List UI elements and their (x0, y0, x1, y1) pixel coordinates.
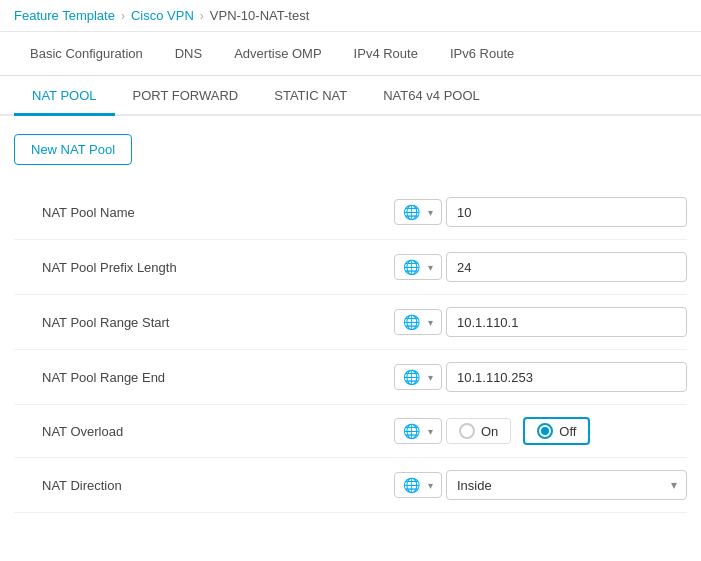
globe-dropdown-nat-direction[interactable]: 🌐 ▾ (394, 472, 442, 498)
label-nat-pool-name: NAT Pool Name (14, 205, 394, 220)
control-nat-direction: 🌐 ▾ Inside Outside (394, 470, 687, 500)
radio-off-label: Off (559, 424, 576, 439)
caret-icon: ▾ (428, 207, 433, 218)
caret-icon: ▾ (428, 262, 433, 273)
label-nat-pool-range-start: NAT Pool Range Start (14, 315, 394, 330)
tab-port-forward[interactable]: PORT FORWARD (115, 78, 257, 116)
globe-icon: 🌐 (403, 259, 420, 275)
tab-nat-pool[interactable]: NAT POOL (14, 78, 115, 116)
globe-icon: 🌐 (403, 423, 420, 439)
nat-direction-wrapper: Inside Outside (446, 470, 687, 500)
top-nav-ipv4-route[interactable]: IPv4 Route (338, 32, 434, 75)
top-nav-advertise-omp[interactable]: Advertise OMP (218, 32, 337, 75)
breadcrumb-sep-1: › (121, 9, 125, 23)
radio-on-option[interactable]: On (446, 418, 511, 444)
input-nat-pool-range-start[interactable] (446, 307, 687, 337)
globe-icon: 🌐 (403, 477, 420, 493)
caret-icon: ▾ (428, 317, 433, 328)
top-nav: Basic Configuration DNS Advertise OMP IP… (0, 32, 701, 76)
input-nat-pool-name[interactable] (446, 197, 687, 227)
tab-static-nat[interactable]: STATIC NAT (256, 78, 365, 116)
control-nat-pool-name: 🌐 ▾ (394, 197, 687, 227)
caret-icon: ▾ (428, 426, 433, 437)
globe-dropdown-nat-pool-range-end[interactable]: 🌐 ▾ (394, 364, 442, 390)
caret-icon: ▾ (428, 372, 433, 383)
radio-on-circle (459, 423, 475, 439)
control-nat-pool-range-start: 🌐 ▾ (394, 307, 687, 337)
control-nat-pool-range-end: 🌐 ▾ (394, 362, 687, 392)
globe-icon: 🌐 (403, 314, 420, 330)
nat-direction-select[interactable]: Inside Outside (446, 470, 687, 500)
control-nat-overload: 🌐 ▾ On Off (394, 417, 687, 445)
nat-pool-form: NAT Pool Name 🌐 ▾ NAT Pool Prefix Length… (14, 185, 687, 513)
content-area: New NAT Pool NAT Pool Name 🌐 ▾ NAT Pool … (0, 116, 701, 531)
form-row-nat-pool-range-end: NAT Pool Range End 🌐 ▾ (14, 350, 687, 405)
globe-dropdown-nat-pool-name[interactable]: 🌐 ▾ (394, 199, 442, 225)
breadcrumb-cisco-vpn[interactable]: Cisco VPN (131, 8, 194, 23)
form-row-nat-pool-range-start: NAT Pool Range Start 🌐 ▾ (14, 295, 687, 350)
radio-on-label: On (481, 424, 498, 439)
tab-nat64-v4-pool[interactable]: NAT64 v4 POOL (365, 78, 498, 116)
label-nat-pool-range-end: NAT Pool Range End (14, 370, 394, 385)
breadcrumb-current: VPN-10-NAT-test (210, 8, 309, 23)
radio-off-option[interactable]: Off (523, 417, 590, 445)
globe-dropdown-nat-pool-prefix[interactable]: 🌐 ▾ (394, 254, 442, 280)
radio-off-circle (537, 423, 553, 439)
form-row-nat-pool-prefix: NAT Pool Prefix Length 🌐 ▾ (14, 240, 687, 295)
input-nat-pool-prefix[interactable] (446, 252, 687, 282)
caret-icon: ▾ (428, 480, 433, 491)
globe-dropdown-nat-overload[interactable]: 🌐 ▾ (394, 418, 442, 444)
top-nav-dns[interactable]: DNS (159, 32, 218, 75)
label-nat-pool-prefix: NAT Pool Prefix Length (14, 260, 394, 275)
top-nav-ipv6-route[interactable]: IPv6 Route (434, 32, 530, 75)
label-nat-overload: NAT Overload (14, 424, 394, 439)
control-nat-pool-prefix: 🌐 ▾ (394, 252, 687, 282)
breadcrumb: Feature Template › Cisco VPN › VPN-10-NA… (0, 0, 701, 32)
globe-icon: 🌐 (403, 204, 420, 220)
globe-icon: 🌐 (403, 369, 420, 385)
new-nat-pool-button[interactable]: New NAT Pool (14, 134, 132, 165)
breadcrumb-sep-2: › (200, 9, 204, 23)
form-row-nat-direction: NAT Direction 🌐 ▾ Inside Outside (14, 458, 687, 513)
sub-tabs: NAT POOL PORT FORWARD STATIC NAT NAT64 v… (0, 78, 701, 116)
globe-dropdown-nat-pool-range-start[interactable]: 🌐 ▾ (394, 309, 442, 335)
breadcrumb-feature-template[interactable]: Feature Template (14, 8, 115, 23)
nat-overload-toggle: On Off (446, 417, 687, 445)
top-nav-basic-config[interactable]: Basic Configuration (14, 32, 159, 75)
form-row-nat-pool-name: NAT Pool Name 🌐 ▾ (14, 185, 687, 240)
label-nat-direction: NAT Direction (14, 478, 394, 493)
input-nat-pool-range-end[interactable] (446, 362, 687, 392)
form-row-nat-overload: NAT Overload 🌐 ▾ On Off (14, 405, 687, 458)
